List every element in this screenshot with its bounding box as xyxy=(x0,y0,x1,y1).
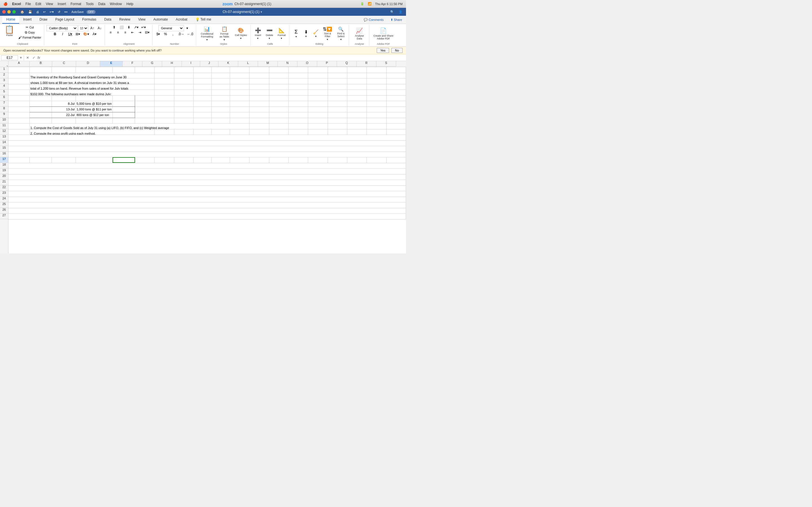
row-header-2[interactable]: 2 xyxy=(0,73,8,78)
cell-C17[interactable] xyxy=(52,157,75,163)
cell-N10[interactable] xyxy=(289,118,308,123)
comments-button[interactable]: 💬 Comments xyxy=(362,17,385,23)
fill-color-button[interactable]: 🎨▾ xyxy=(82,32,90,36)
cell-P1[interactable] xyxy=(327,67,347,73)
cell-J12[interactable] xyxy=(212,129,230,135)
cell-R2[interactable] xyxy=(367,73,386,78)
cell-Q11[interactable] xyxy=(347,123,366,129)
col-header-H[interactable]: H xyxy=(162,61,182,67)
row-header-26[interactable]: 26 xyxy=(0,208,8,214)
menu-view[interactable]: View xyxy=(46,2,53,6)
cell-L8[interactable] xyxy=(250,107,269,112)
cell-K1[interactable] xyxy=(230,67,249,73)
cell-C8[interactable]: 13-Jul xyxy=(52,107,75,112)
cell-G3[interactable] xyxy=(154,78,174,84)
create-share-pdf-button[interactable]: 📄 Create and Share Adobe PDF xyxy=(371,27,395,41)
row-header-13[interactable]: 13 xyxy=(0,135,8,140)
cell-H4[interactable] xyxy=(174,84,193,90)
cell-L10[interactable] xyxy=(250,118,269,123)
cell-O11[interactable] xyxy=(308,123,327,129)
cell-S2[interactable] xyxy=(386,73,406,78)
cell-B12[interactable]: 2. Compute the gross profit using each m… xyxy=(29,129,154,135)
cell-O17[interactable] xyxy=(308,157,327,163)
cell-R9[interactable] xyxy=(367,112,386,118)
cell-R1[interactable] xyxy=(367,67,386,73)
row-header-3[interactable]: 3 xyxy=(0,78,8,84)
share-button[interactable]: ⬆ Share xyxy=(389,17,404,23)
font-name-select[interactable]: Calibri (Body) xyxy=(47,25,78,31)
col-header-E[interactable]: E xyxy=(100,61,123,67)
col-header-F[interactable]: F xyxy=(123,61,142,67)
cell-M11[interactable] xyxy=(269,123,289,129)
cell-I5[interactable] xyxy=(194,90,212,95)
menu-help[interactable]: Help xyxy=(126,2,133,6)
cell-B10[interactable] xyxy=(29,118,52,123)
cell-S12[interactable] xyxy=(386,129,406,135)
cell-P3[interactable] xyxy=(327,78,347,84)
cell-F9[interactable] xyxy=(135,112,154,118)
cell-N17[interactable] xyxy=(289,157,308,163)
cell-B8[interactable] xyxy=(29,107,52,112)
cell-P2[interactable] xyxy=(327,73,347,78)
row-header-12[interactable]: 12 xyxy=(0,129,8,135)
align-bottom-button[interactable]: ⬇ xyxy=(125,25,132,30)
row-header-11[interactable]: 11 xyxy=(0,123,8,129)
cell-S3[interactable] xyxy=(386,78,406,84)
col-header-P[interactable]: P xyxy=(317,61,337,67)
confirm-formula[interactable]: ✓ xyxy=(31,56,36,60)
cell-row18[interactable] xyxy=(8,163,406,168)
cell-E17[interactable] xyxy=(112,157,135,163)
col-header-C[interactable]: C xyxy=(52,61,76,67)
cell-row27[interactable] xyxy=(8,214,406,219)
cell-Q12[interactable] xyxy=(347,129,366,135)
cell-P12[interactable] xyxy=(327,129,347,135)
cell-R3[interactable] xyxy=(367,78,386,84)
cell-A4[interactable] xyxy=(8,84,29,90)
cell-M3[interactable] xyxy=(269,78,289,84)
cell-N11[interactable] xyxy=(289,123,308,129)
formula-input[interactable] xyxy=(41,56,405,60)
cell-G17[interactable] xyxy=(154,157,174,163)
menu-tools[interactable]: Tools xyxy=(86,2,94,6)
cell-P11[interactable] xyxy=(327,123,347,129)
wrap-text-button[interactable]: ↵▾ xyxy=(140,25,147,30)
cell-L11[interactable] xyxy=(250,123,269,129)
copy-button[interactable]: ⧉Copy xyxy=(17,30,42,35)
cell-G12[interactable] xyxy=(154,129,174,135)
search-qa[interactable]: 🔍 xyxy=(389,10,395,14)
cell-E8[interactable] xyxy=(112,107,135,112)
cell-K9[interactable] xyxy=(230,112,249,118)
cell-B3[interactable]: shows 1,000 tons at $9 per ton. A physic… xyxy=(29,78,154,84)
find-select-button[interactable]: 🔍 Find & Select ▾ xyxy=(335,26,347,41)
align-middle-button[interactable]: ⬜ xyxy=(118,25,125,30)
cell-C9[interactable]: 22-Jul xyxy=(52,112,75,118)
align-top-button[interactable]: ⬆ xyxy=(111,25,117,30)
cell-H12[interactable] xyxy=(174,129,193,135)
cell-A3[interactable] xyxy=(8,78,29,84)
undo-arrow[interactable]: ↩▾ xyxy=(49,10,55,14)
cell-P5[interactable] xyxy=(327,90,347,95)
cell-I6[interactable] xyxy=(194,95,212,101)
decrease-font-button[interactable]: A↓ xyxy=(96,26,103,31)
cell-O12[interactable] xyxy=(308,129,327,135)
cell-L3[interactable] xyxy=(250,78,269,84)
cell-B2[interactable]: The inventory of the Roseburg Sand and G… xyxy=(29,73,154,78)
cell-H9[interactable] xyxy=(174,112,193,118)
decrease-decimal-button[interactable]: ←.0 xyxy=(186,32,194,36)
more-qa[interactable]: ••• xyxy=(63,10,69,14)
cell-A6[interactable] xyxy=(8,95,29,101)
row-header-5[interactable]: 5 xyxy=(0,90,8,95)
cell-L4[interactable] xyxy=(250,84,269,90)
row-header-18[interactable]: 18 xyxy=(0,163,8,168)
cell-Q17[interactable] xyxy=(347,157,366,163)
cell-L6[interactable] xyxy=(250,95,269,101)
cell-E10[interactable] xyxy=(112,118,135,123)
cell-S6[interactable] xyxy=(386,95,406,101)
cell-R12[interactable] xyxy=(367,129,386,135)
cell-B17[interactable] xyxy=(29,157,52,163)
cell-H17[interactable] xyxy=(174,157,193,163)
row-header-14[interactable]: 14 xyxy=(0,140,8,146)
cell-M1[interactable] xyxy=(269,67,289,73)
cell-D9[interactable]: 800 tons @ $12 per ton xyxy=(75,112,112,118)
cell-S10[interactable] xyxy=(386,118,406,123)
